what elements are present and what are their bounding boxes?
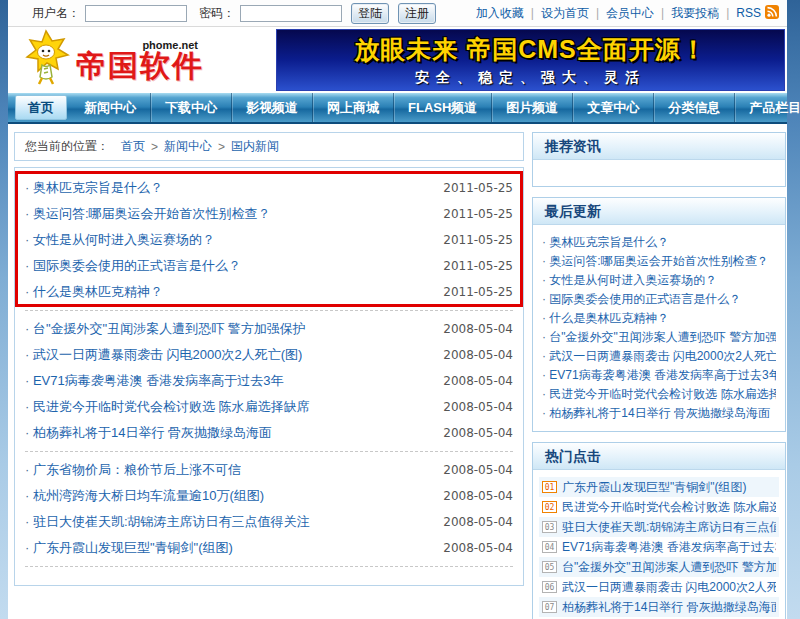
mascot-icon	[22, 29, 70, 91]
news-link[interactable]: EV71病毒袭粤港澳 香港发病率高于过去3年	[25, 372, 284, 390]
recommended-box: 推荐资讯	[532, 132, 786, 187]
nav-item[interactable]: 网上商城	[313, 93, 394, 122]
nav-item[interactable]: 首页	[15, 95, 67, 120]
nav-item[interactable]: 产品栏目	[735, 93, 800, 122]
password-input[interactable]	[240, 5, 342, 22]
sidebar-news-link[interactable]: 奥林匹克宗旨是什么？	[542, 235, 669, 249]
news-link[interactable]: 民进党今开临时党代会检讨败选 陈水扁选择缺席	[25, 398, 310, 416]
news-link[interactable]: 国际奥委会使用的正式语言是什么？	[25, 257, 241, 275]
main-nav: 首页 新闻中心 下载中心 影视频道 网上商城 FLASH频道 图片频道 文章中心…	[8, 93, 787, 124]
breadcrumb-separator: >	[218, 140, 225, 154]
recommended-title: 推荐资讯	[533, 133, 785, 160]
sidebar-news-link[interactable]: 台"金援外交"丑闻涉案人遭到恐吓 警方加强保护	[542, 330, 776, 344]
news-group-3: 广东省物价局：粮价节后上涨不可信 2008-05-04 杭州湾跨海大桥日均车流量…	[15, 457, 523, 561]
news-link[interactable]: 柏杨葬礼将于14日举行 骨灰抛撒绿岛海面	[25, 424, 272, 442]
top-link[interactable]: RSS	[736, 6, 761, 20]
breadcrumb-link[interactable]: 首页	[121, 138, 145, 155]
list-item: 柏杨葬礼将于14日举行 骨灰抛撒绿岛海面	[542, 404, 776, 423]
news-item: 民进党今开临时党代会检讨败选 陈水扁选择缺席 2008-05-04	[25, 394, 513, 420]
news-link[interactable]: 杭州湾跨海大桥日均车流量逾10万(组图)	[25, 487, 264, 505]
list-item: 06 武汉一日两遭暴雨袭击 闪电2000次2人死亡(图	[539, 577, 779, 597]
top-link[interactable]: 设为首页	[541, 5, 589, 22]
latest-updates-list: 奥林匹克宗旨是什么？ 奥运问答:哪届奥运会开始首次性别检查？ 女性是从何时进入奥…	[533, 225, 785, 431]
top-link[interactable]: 会员中心	[606, 5, 654, 22]
news-date: 2008-05-04	[443, 541, 513, 555]
rank-badge: 06	[542, 581, 557, 593]
login-button[interactable]: 登陆	[351, 3, 389, 24]
news-list-box: 奥林匹克宗旨是什么？ 2011-05-25 奥运问答:哪届奥运会开始首次性别检查…	[14, 167, 524, 586]
list-item: 03 驻日大使崔天凯:胡锦涛主席访日有三点值得关	[539, 517, 779, 537]
news-date: 2011-05-25	[443, 259, 513, 273]
sidebar-news-link[interactable]: EV71病毒袭粤港澳 香港发病率高于过去3年	[542, 368, 776, 382]
sidebar-news-link[interactable]: 女性是从何时进入奥运赛场的？	[542, 273, 717, 287]
rss-icon[interactable]	[765, 5, 779, 22]
breadcrumb-link[interactable]: 新闻中心	[164, 138, 212, 155]
sidebar-news-link[interactable]: 奥运问答:哪届奥运会开始首次性别检查？	[542, 254, 769, 268]
news-date: 2008-05-04	[443, 489, 513, 503]
username-input[interactable]	[85, 5, 187, 22]
nav-item[interactable]: 影视频道	[232, 93, 313, 122]
sidebar-news-link[interactable]: 台"金援外交"丑闻涉案人遭到恐吓 警方加强	[562, 559, 776, 576]
main-area: 您当前的位置： 首页 >新闻中心 >国内新闻	[8, 124, 787, 619]
news-date: 2008-05-04	[443, 515, 513, 529]
rank-badge: 02	[542, 501, 557, 513]
sidebar-news-link[interactable]: 民进党今开临时党代会检讨败选 陈水扁选择缺	[562, 499, 776, 516]
password-label: 密码：	[199, 5, 235, 22]
left-edge-decoration	[0, 0, 8, 619]
news-item: 台"金援外交"丑闻涉案人遭到恐吓 警方加强保护 2008-05-04	[25, 316, 513, 342]
news-item: 什么是奥林匹克精神？ 2011-05-25	[25, 279, 513, 305]
ad-banner[interactable]: 放眼未来 帝国CMS全面开源！ 安全、稳定、强大、灵活	[276, 29, 785, 91]
rank-badge: 01	[542, 481, 557, 493]
sidebar-news-link[interactable]: 武汉一日两遭暴雨袭击 闪电2000次2人死亡(图)	[542, 349, 776, 363]
nav-item[interactable]: FLASH频道	[394, 93, 492, 122]
sidebar-news-link[interactable]: 柏杨葬礼将于14日举行 骨灰抛撒绿岛海面	[562, 599, 776, 616]
news-date: 2008-05-04	[443, 348, 513, 362]
list-item: 07 柏杨葬礼将于14日举行 骨灰抛撒绿岛海面	[539, 597, 779, 617]
news-item: 奥林匹克宗旨是什么？ 2011-05-25	[25, 175, 513, 201]
hot-clicks-title: 热门点击	[533, 443, 785, 470]
breadcrumb-prefix: 您当前的位置：	[25, 138, 109, 155]
dashed-divider	[25, 451, 513, 452]
sidebar-news-link[interactable]: 武汉一日两遭暴雨袭击 闪电2000次2人死亡(图	[562, 579, 776, 596]
news-link[interactable]: 奥运问答:哪届奥运会开始首次性别检查？	[25, 205, 271, 223]
nav-item[interactable]: 下载中心	[151, 93, 232, 122]
news-link[interactable]: 驻日大使崔天凯:胡锦涛主席访日有三点值得关注	[25, 513, 310, 531]
news-item: 柏杨葬礼将于14日举行 骨灰抛撒绿岛海面 2008-05-04	[25, 420, 513, 446]
nav-item[interactable]: 文章中心	[573, 93, 654, 122]
top-link[interactable]: 加入收藏	[476, 5, 524, 22]
breadcrumb-links: 首页 >新闻中心 >国内新闻	[109, 138, 279, 155]
banner-subtitle: 安全、稳定、强大、灵活	[415, 69, 646, 87]
sidebar-news-link[interactable]: EV71病毒袭粤港澳 香港发病率高于过去3年	[562, 539, 776, 556]
latest-updates-title: 最后更新	[533, 198, 785, 225]
recommended-empty	[533, 160, 785, 186]
news-item: 奥运问答:哪届奥运会开始首次性别检查？ 2011-05-25	[25, 201, 513, 227]
news-link[interactable]: 女性是从何时进入奥运赛场的？	[25, 231, 215, 249]
sidebar-news-link[interactable]: 广东丹霞山发现巨型"青铜剑"(组图)	[562, 479, 747, 496]
news-link[interactable]: 广东省物价局：粮价节后上涨不可信	[25, 461, 241, 479]
breadcrumb-separator: >	[151, 140, 158, 154]
sidebar-news-link[interactable]: 驻日大使崔天凯:胡锦涛主席访日有三点值得关	[562, 519, 776, 536]
nav-item[interactable]: 图片频道	[492, 93, 573, 122]
nav-item[interactable]: 新闻中心	[70, 93, 151, 122]
breadcrumb-link[interactable]: 国内新闻	[231, 138, 279, 155]
nav-item[interactable]: 分类信息	[654, 93, 735, 122]
news-date: 2011-05-25	[443, 233, 513, 247]
news-link[interactable]: 什么是奥林匹克精神？	[25, 283, 163, 301]
sidebar-news-link[interactable]: 什么是奥林匹克精神？	[542, 311, 669, 325]
news-link[interactable]: 广东丹霞山发现巨型"青铜剑"(组图)	[25, 539, 233, 557]
news-item: 女性是从何时进入奥运赛场的？ 2011-05-25	[25, 227, 513, 253]
list-item: 什么是奥林匹克精神？	[542, 309, 776, 328]
sidebar-news-link[interactable]: 国际奥委会使用的正式语言是什么？	[542, 292, 741, 306]
news-link[interactable]: 奥林匹克宗旨是什么？	[25, 179, 163, 197]
news-link[interactable]: 台"金援外交"丑闻涉案人遭到恐吓 警方加强保护	[25, 320, 306, 338]
news-link[interactable]: 武汉一日两遭暴雨袭击 闪电2000次2人死亡(图)	[25, 346, 302, 364]
sidebar-news-link[interactable]: 民进党今开临时党代会检讨败选 陈水扁选择缺席	[542, 387, 776, 401]
top-link[interactable]: 我要投稿	[671, 5, 719, 22]
sidebar-news-link[interactable]: 柏杨葬礼将于14日举行 骨灰抛撒绿岛海面	[542, 406, 770, 420]
news-item: 武汉一日两遭暴雨袭击 闪电2000次2人死亡(图) 2008-05-04	[25, 342, 513, 368]
list-item: 05 台"金援外交"丑闻涉案人遭到恐吓 警方加强	[539, 557, 779, 577]
news-date: 2008-05-04	[443, 426, 513, 440]
news-item: 广东丹霞山发现巨型"青铜剑"(组图) 2008-05-04	[25, 535, 513, 561]
register-button[interactable]: 注册	[398, 3, 436, 24]
list-item: 奥运问答:哪届奥运会开始首次性别检查？	[542, 252, 776, 271]
